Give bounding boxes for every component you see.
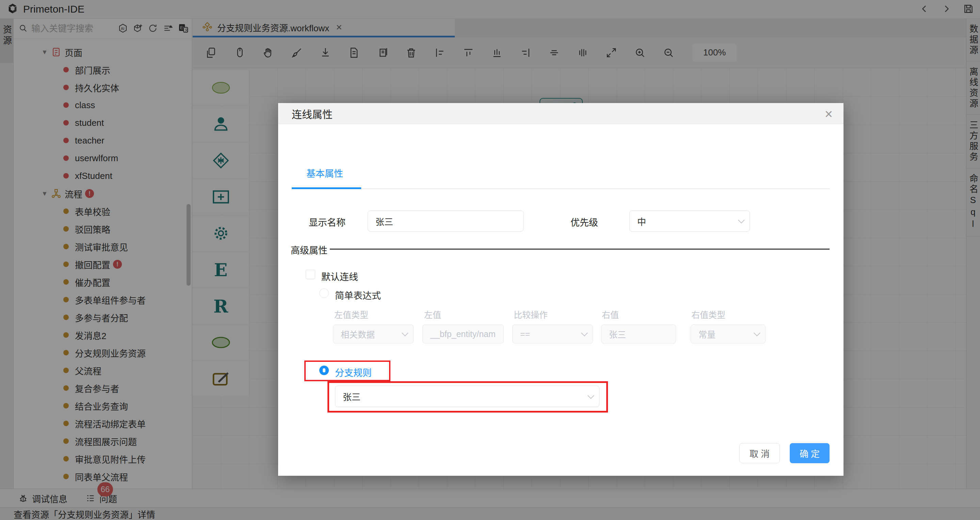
left-value-type-select[interactable]: 相关数据 [333,325,414,344]
ok-button[interactable]: 确 定 [790,443,830,463]
dialog-title: 连线属性 [292,106,332,121]
chevron-down-icon [402,330,409,336]
right-value-type-label: 右值类型 [691,308,725,320]
branch-rule-label: 分支规则 [335,366,372,379]
chevron-down-icon [587,392,594,399]
edge-properties-dialog: 连线属性 × 基本属性 显示名称 张三 优先级 中 高级属性 默认连线 简单表达… [278,103,843,476]
left-value-input[interactable]: __bfp_entity/nam [422,325,504,344]
chevron-down-icon [581,330,588,336]
branch-rule-select[interactable]: 张三 [335,386,600,407]
tab-active-underline [292,187,361,189]
tab-track [292,189,830,189]
advanced-section-label: 高级属性 [291,243,328,257]
default-line-checkbox[interactable] [305,270,315,279]
dialog-header: 连线属性 × [278,103,843,124]
chevron-down-icon [754,330,760,336]
tab-basic-properties[interactable]: 基本属性 [306,166,343,179]
right-value-input[interactable]: 张三 [601,325,676,344]
display-name-input[interactable]: 张三 [368,211,523,231]
priority-label: 优先级 [571,215,598,228]
branch-rule-radio[interactable] [319,366,329,375]
simple-expression-radio[interactable] [319,289,329,298]
left-value-type-label: 左值类型 [334,308,368,320]
compare-op-label: 比较操作 [514,308,548,320]
priority-select[interactable]: 中 [629,211,750,231]
simple-expression-label: 简单表达式 [335,289,381,302]
compare-op-select[interactable]: == [512,325,593,344]
left-value-label: 左值 [424,308,441,320]
dialog-close-icon[interactable]: × [825,106,833,122]
right-value-type-select[interactable]: 常量 [690,325,765,344]
cancel-button[interactable]: 取 消 [739,443,780,463]
default-line-label: 默认连线 [321,270,358,283]
chevron-down-icon [738,217,745,224]
right-value-label: 右值 [602,308,619,320]
advanced-section-divider [330,249,830,250]
display-name-label: 显示名称 [309,215,345,228]
